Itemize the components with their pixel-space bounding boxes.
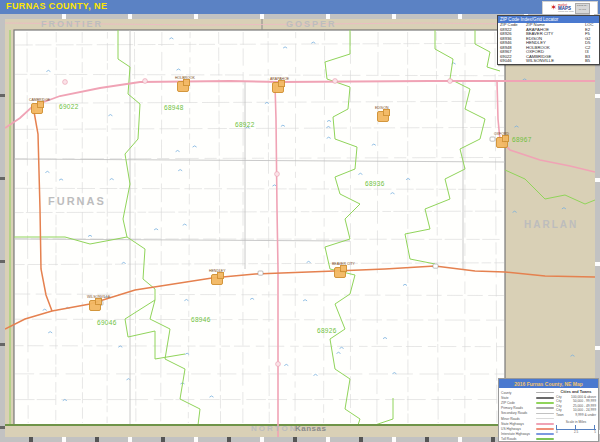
legend-line-swatch xyxy=(536,433,554,435)
scale-bar: Scale in Miles 02.55 xyxy=(556,420,596,434)
state-name-label: Kansas xyxy=(295,424,326,433)
legend-line-swatch xyxy=(536,392,554,393)
town-marker xyxy=(334,267,346,278)
cities-towns-header: Cities and Towns xyxy=(556,390,596,394)
legend-line-swatch xyxy=(536,397,554,399)
town-marker xyxy=(377,111,389,122)
scale-bar-line xyxy=(556,425,596,430)
legend-line-label: US Highways xyxy=(501,427,521,431)
town-name-label: OXFORD xyxy=(494,132,509,136)
logo-tagline: maps-gis-data xyxy=(558,10,574,13)
legend-line-swatch xyxy=(536,407,554,408)
zip-table-row: 69046WILSONVILLEB5 xyxy=(498,59,599,64)
map-canvas xyxy=(5,19,595,437)
legend-line-swatch xyxy=(536,423,554,425)
zip-code-label: 68946 xyxy=(191,316,211,323)
furnas-county-boundary xyxy=(14,30,505,425)
legend-line-swatch xyxy=(536,438,554,440)
legend-line-label: Primary Roads xyxy=(501,406,523,410)
zip-code-label: 68967 xyxy=(512,136,532,143)
zip-code-label: 69022 xyxy=(59,103,79,110)
legend-line-label: Interstate Highways xyxy=(501,432,530,436)
legend-line-swatch xyxy=(536,428,554,430)
town-name-label: EDISON xyxy=(375,106,388,110)
town-marker xyxy=(496,137,508,148)
marketmaps-logo: ✶ market MAPS maps-gis-data SOLD BY MAPS xyxy=(542,1,598,15)
county-name-label: FURNAS xyxy=(48,195,106,207)
oxford-highway xyxy=(497,81,595,172)
county-name-label: NORTON xyxy=(251,424,298,433)
town-marker xyxy=(89,300,101,311)
legend-body: CountyStateZIP CodePrimary RoadsSecondar… xyxy=(499,388,598,442)
town-marker xyxy=(272,82,284,93)
logo-text: market MAPS maps-gis-data xyxy=(558,4,574,13)
logo-side-box: SOLD BY MAPS xyxy=(575,3,590,14)
town-name-label: ARAPAHOE xyxy=(270,77,289,81)
title-bar: FURNAS COUNTY, NE ✶ market MAPS maps-gis… xyxy=(0,0,600,14)
legend-line-label: Toll Roads xyxy=(501,437,516,441)
grid-loc-cell: B5 xyxy=(585,59,597,64)
map-title: FURNAS COUNTY, NE xyxy=(6,1,107,11)
zip-code-label: 68926 xyxy=(317,327,337,334)
county-name-label: FRONTIER xyxy=(41,19,103,29)
zip-code-label: 68948 xyxy=(164,104,184,111)
legend-city-items: City100,000 & aboveCity50,000 - 99,999Ci… xyxy=(556,395,596,417)
legend-line-swatch xyxy=(536,413,554,414)
zip-code-label: 68936 xyxy=(365,180,385,187)
legend-line-label: Minor Roads xyxy=(501,417,520,421)
zip-code-label: 68922 xyxy=(235,121,255,128)
scale-tick-value: 0 xyxy=(556,430,558,434)
county-map: FRONTIERGOSPERHARLANFURNASNORTONKansas69… xyxy=(5,19,595,437)
zip-code-label: 69046 xyxy=(97,319,117,326)
town-marker xyxy=(211,274,223,285)
scale-label: Scale in Miles xyxy=(556,420,596,424)
legend-title: 2016 Furnas County, NE Map xyxy=(499,379,598,388)
legend-line-items: CountyStateZIP CodePrimary RoadsSecondar… xyxy=(501,390,554,442)
legend-right-column: Cities and Towns City100,000 & aboveCity… xyxy=(554,390,596,442)
legend-line-swatch xyxy=(536,418,554,419)
town-marker xyxy=(177,81,189,92)
city-type-label: Town xyxy=(556,413,564,417)
town-name-label: CAMBRIDGE xyxy=(29,98,50,102)
zip-table-body: 68922ARAPAHOEE268926BEAVER CITYF568936ED… xyxy=(498,28,599,64)
zip-code-cell: 69046 xyxy=(500,59,526,64)
town-name-label: HENDLEY xyxy=(209,269,226,273)
city-pop-range: 9,999 & under xyxy=(575,413,596,417)
legend-city-item: Town9,999 & under xyxy=(556,413,596,417)
zip-name-cell: WILSONVILLE xyxy=(526,59,585,64)
scale-ticks: 02.55 xyxy=(556,430,596,434)
legend-line-item: Toll Roads xyxy=(501,437,554,442)
legend-line-label: County xyxy=(501,391,511,395)
legend-line-label: Secondary Roads xyxy=(501,411,527,415)
legend-line-label: State xyxy=(501,396,509,400)
town-name-label: BEAVER CITY xyxy=(332,262,355,266)
county-name-label: GOSPER xyxy=(286,19,337,29)
scale-tick-value: 5 xyxy=(594,430,596,434)
legend-line-label: State Highways xyxy=(501,422,524,426)
county-name-label: HARLAN xyxy=(524,219,578,230)
town-name-label: WILSONVILLE xyxy=(87,295,110,299)
town-marker xyxy=(31,103,43,114)
zip-index-table: ZIP Code Index/Grid Locator ZIP Code ZIP… xyxy=(497,15,600,65)
logo-star-icon: ✶ xyxy=(550,4,557,12)
legend-line-swatch xyxy=(536,402,554,403)
scale-tick-value: 2.5 xyxy=(574,430,578,434)
legend-line-label: ZIP Code xyxy=(501,401,515,405)
town-name-label: HOLBROOK xyxy=(175,76,195,80)
map-legend: 2016 Furnas County, NE Map CountyStateZI… xyxy=(498,378,599,442)
